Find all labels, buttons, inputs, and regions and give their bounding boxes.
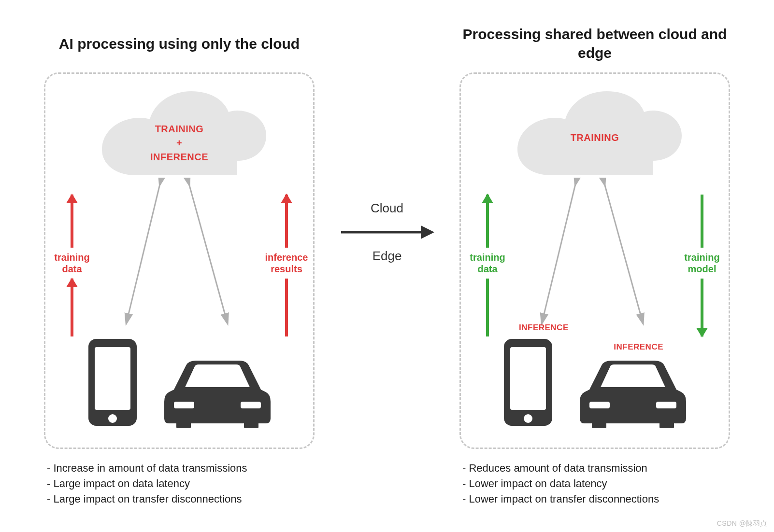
devices-row-left — [45, 336, 313, 428]
right-title: Processing shared between cloud and edge — [459, 24, 730, 63]
bullet: - Lower impact on transfer disconnection… — [462, 491, 730, 507]
phone-icon — [502, 336, 555, 428]
right-arrow-icon — [339, 223, 435, 242]
middle-label-cloud: Cloud — [371, 201, 403, 216]
bullet: - Large impact on transfer disconnection… — [47, 491, 315, 507]
right-panel: TRAINING training data training — [459, 72, 730, 449]
cloud-line1: TRAINING — [571, 132, 619, 143]
svg-line-8 — [542, 183, 575, 322]
bullet: - Lower impact on data latency — [462, 476, 730, 491]
cloud-text-right: TRAINING — [498, 131, 691, 145]
diagram-root: AI processing using only the cloud TRAIN… — [44, 24, 730, 507]
svg-point-4 — [108, 414, 117, 423]
devices-row-right — [461, 336, 729, 428]
svg-line-1 — [189, 183, 227, 322]
watermark: CSDN @陳羽貞 — [717, 519, 767, 528]
left-title: AI processing using only the cloud — [44, 24, 315, 63]
bullet: - Reduces amount of data transmission — [462, 461, 730, 476]
cloud-graphic-right: TRAINING — [498, 88, 691, 177]
svg-point-12 — [524, 414, 532, 423]
left-panel: TRAINING + INFERENCE training data .noar… — [44, 72, 315, 449]
svg-rect-3 — [95, 347, 130, 410]
middle-column: Cloud Edge — [334, 198, 440, 266]
left-bullets: - Increase in amount of data transmissio… — [44, 461, 315, 507]
svg-rect-6 — [241, 402, 261, 408]
car-icon — [162, 356, 273, 428]
svg-rect-13 — [589, 402, 610, 408]
middle-label-edge: Edge — [373, 249, 402, 264]
left-column: AI processing using only the cloud TRAIN… — [44, 24, 315, 507]
cloud-line2: INFERENCE — [150, 152, 208, 162]
right-bullets: - Reduces amount of data transmission - … — [459, 461, 730, 507]
phone-icon — [86, 336, 139, 428]
cloud-text-left: TRAINING + INFERENCE — [83, 122, 276, 164]
svg-rect-11 — [510, 347, 546, 410]
svg-rect-14 — [656, 402, 676, 408]
cloud-graphic-left: TRAINING + INFERENCE — [83, 88, 276, 177]
svg-line-9 — [604, 183, 643, 322]
car-icon — [577, 356, 688, 428]
cloud-plus: + — [83, 136, 276, 150]
diagonal-arrows-right — [461, 178, 729, 332]
diagonal-arrows-left — [45, 178, 313, 332]
right-column: Processing shared between cloud and edge… — [459, 24, 730, 507]
bullet: - Increase in amount of data transmissio… — [47, 461, 315, 476]
inference-label-phone: INFERENCE — [519, 323, 569, 333]
bullet: - Large impact on data latency — [47, 476, 315, 491]
svg-line-0 — [127, 183, 160, 322]
cloud-line1: TRAINING — [155, 124, 204, 134]
svg-rect-5 — [174, 402, 194, 408]
